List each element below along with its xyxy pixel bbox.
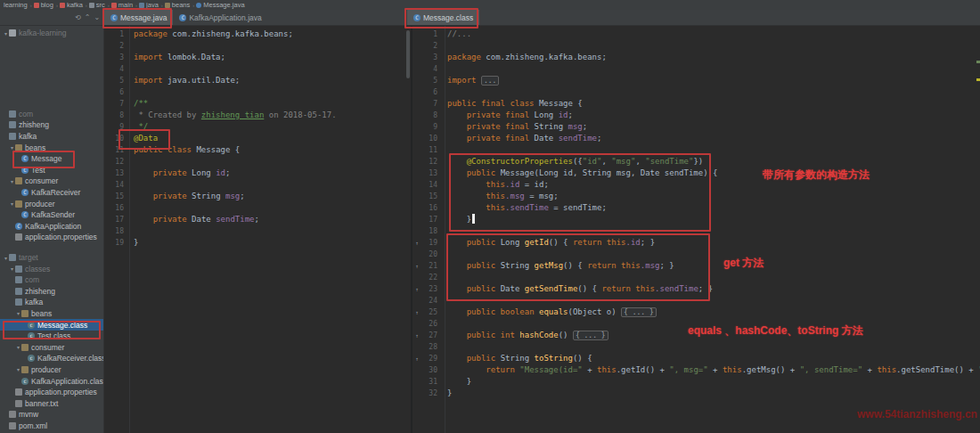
tree-row[interactable]: pom.xml — [0, 421, 103, 432]
line-number: 4 — [108, 63, 127, 75]
code-token: Date — [501, 284, 525, 293]
collapse-icon[interactable]: ⌃ — [85, 13, 91, 21]
code-token: ; — [597, 134, 601, 143]
breadcrumb-item[interactable]: learning — [4, 0, 28, 10]
code-token: return — [601, 284, 635, 293]
expand-icon[interactable]: ⌄ — [94, 13, 100, 21]
code-text: private Long id; — [127, 167, 230, 179]
breadcrumb-item[interactable]: Message.java — [196, 0, 244, 10]
tree-row[interactable]: ▾producer — [0, 364, 103, 376]
tree-row[interactable]: ▾kafka-learning — [0, 28, 103, 39]
code-text: public class Message { — [127, 144, 240, 156]
chevron-right-icon: › — [86, 3, 87, 8]
code-token: "id" — [583, 157, 602, 166]
tree-row[interactable]: com — [0, 274, 103, 286]
code-text — [441, 295, 447, 306]
tree-label: Message.class — [37, 321, 87, 330]
gutter-space — [412, 75, 421, 86]
tree-row[interactable]: cKafkaApplication.class — [0, 375, 103, 387]
code-text — [441, 318, 447, 330]
code-text — [127, 63, 134, 75]
breadcrumb-item[interactable]: main — [111, 0, 133, 10]
code-line: 30 return "Message(id=" + this.getId() +… — [412, 364, 980, 376]
gutter-space — [412, 249, 421, 260]
breadcrumb-item[interactable]: beans — [165, 0, 190, 10]
tree-row[interactable]: kafka — [0, 131, 103, 143]
code-token: public — [467, 354, 501, 363]
code-line: 12 — [104, 156, 411, 167]
tree-row[interactable]: CTest — [0, 165, 103, 176]
right-editor[interactable]: 1//...23package com.zhisheng.kafka.beans… — [411, 25, 980, 433]
code-text: private Date sendTime; — [127, 214, 259, 225]
tree-label: KafkaApplication — [25, 222, 81, 231]
code-token: Long — [192, 168, 216, 177]
code-line: 19} — [104, 237, 411, 249]
line-number: 2 — [421, 40, 441, 52]
tree-row[interactable]: CKafkaSender — [0, 209, 103, 221]
sync-icon[interactable]: ⟲ — [75, 13, 81, 21]
breadcrumb-item[interactable]: kafka — [60, 0, 83, 10]
tree-row[interactable]: cMessage.class — [0, 319, 103, 331]
line-number: 32 — [421, 388, 441, 399]
code-token: Message(Long id, String msg, Date sendTi… — [501, 168, 718, 177]
line-number: 20 — [421, 249, 441, 260]
code-text — [441, 272, 447, 283]
tree-row[interactable]: ▾beans — [0, 308, 103, 320]
code-line: 10 private final Date sendTime; — [412, 133, 980, 144]
code-text: this.id = id; — [441, 179, 549, 191]
gutter-space — [412, 225, 421, 237]
tree-row[interactable]: ▾target — [0, 252, 103, 264]
tree-row[interactable]: ▾classes — [0, 263, 103, 274]
breadcrumb-item[interactable]: blog — [34, 0, 53, 10]
tree-row[interactable]: banner.txt — [0, 397, 103, 409]
left-editor[interactable]: 1package com.zhisheng.kafka.beans;23impo… — [103, 25, 411, 433]
code-token — [134, 168, 153, 177]
code-token: .id — [626, 238, 641, 247]
tree-row[interactable]: cTest.class — [0, 331, 103, 342]
tree-row[interactable]: CKafkaReceiver — [0, 187, 103, 199]
code-line: 5import java.util.Date; — [104, 75, 411, 86]
tree-row[interactable]: ▾beans — [0, 142, 103, 153]
editor-nav-icons: ⟲⌃⌄≡ — [75, 10, 108, 25]
code-line: ↑19 public Long getId() { return this.id… — [412, 237, 980, 249]
code-token: * Created by — [134, 110, 201, 119]
error-stripe-mark — [976, 78, 980, 81]
breadcrumb-label: main — [118, 1, 133, 9]
code-token — [447, 122, 467, 131]
tree-row[interactable]: CKafkaApplication — [0, 221, 103, 233]
tab-message-class[interactable]: CMessage.class — [407, 10, 479, 25]
code-text: import lombok.Data; — [127, 52, 225, 63]
project-tree[interactable]: ▾kafka-learningcomzhishengkafka▾beansCMe… — [0, 25, 103, 433]
left-editor-scrollbar[interactable] — [406, 30, 410, 78]
code-token: } — [134, 238, 138, 247]
tree-row[interactable]: ▾consumer — [0, 176, 103, 187]
code-text — [441, 86, 447, 98]
tree-row[interactable]: cKafkaReceiver.class — [0, 353, 103, 364]
tree-row[interactable]: ▾consumer — [0, 341, 103, 353]
code-token: .msg — [641, 261, 660, 270]
code-token: public — [467, 168, 501, 177]
tree-label: banner.txt — [25, 399, 58, 408]
breadcrumb-item[interactable]: java — [139, 0, 159, 10]
module-icon — [34, 3, 39, 8]
tree-row[interactable]: com — [0, 109, 103, 120]
code-token: return — [573, 238, 607, 247]
tree-row[interactable]: application.properties — [0, 387, 103, 398]
line-number: 28 — [421, 341, 441, 353]
override-method-icon: ↑ — [412, 306, 421, 318]
tree-label: com — [19, 110, 33, 118]
tree-label: Test.class — [37, 331, 70, 340]
tree-row[interactable]: zhisheng — [0, 286, 103, 298]
tab-message-java[interactable]: CMessage.java — [104, 10, 173, 25]
tree-row[interactable]: mvnw — [0, 409, 103, 421]
tree-row[interactable]: application.properties — [0, 232, 103, 243]
breadcrumb-item[interactable]: src — [89, 0, 105, 10]
tab-kafkaapplication-java[interactable]: CKafkaApplication.java — [173, 10, 267, 25]
tree-row[interactable]: zhisheng — [0, 119, 103, 131]
tree-row[interactable]: CMessage — [0, 153, 103, 165]
tree-row[interactable]: ▾producer — [0, 198, 103, 209]
class-icon: C — [110, 14, 118, 21]
line-number: 22 — [421, 272, 441, 283]
tree-row[interactable]: kafka — [0, 297, 103, 308]
code-token: () { — [549, 238, 573, 247]
